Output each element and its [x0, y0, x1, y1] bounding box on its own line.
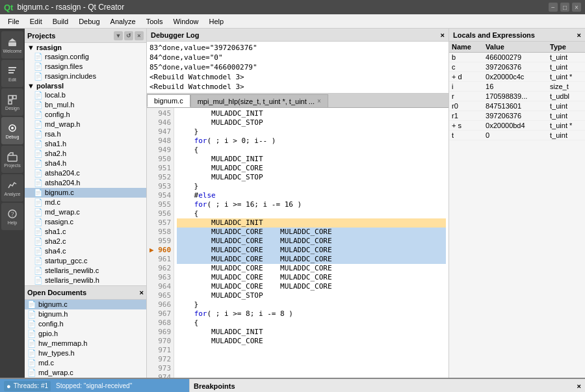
tree-item-local-b[interactable]: 📄 local.b — [25, 90, 146, 100]
sidebar-item-design[interactable]: Design — [1, 88, 23, 116]
code-line: MULADDC_CORE MULADDC_CORE — [177, 273, 446, 282]
sidebar-item-debug[interactable]: Debug — [1, 117, 23, 144]
code-line: #else — [177, 191, 446, 200]
sidebar-item-help[interactable]: ? Help — [1, 203, 23, 230]
tree-item-rsasign-files[interactable]: 📄 rsasign.files — [25, 62, 146, 72]
open-doc-md-wrap-c[interactable]: 📄 md_wrap.c — [25, 368, 146, 378]
col-value: Value — [483, 42, 547, 53]
sync-icon[interactable]: ↺ — [124, 31, 133, 40]
menu-window[interactable]: Window — [168, 16, 203, 27]
close-open-docs-icon[interactable]: × — [140, 289, 144, 296]
sidebar-item-projects[interactable]: Projects — [1, 146, 23, 173]
col-type: Type — [547, 42, 585, 53]
log-line: 84^done,value="0" — [150, 53, 446, 62]
line-numbers: 945946947948 949950951952 953954955956 9… — [147, 108, 174, 378]
tree-item-sha4-c[interactable]: 📄 sha4.c — [25, 246, 146, 256]
locals-row[interactable]: i16size_t — [449, 82, 585, 92]
tree-item-sha4-h[interactable]: 📄 sha4.h — [25, 159, 146, 168]
sidebar-item-welcome[interactable]: Welcome — [1, 31, 23, 59]
minimize-button[interactable]: − — [549, 3, 558, 12]
tab-mpi-mul-hlp[interactable]: mpi_mul_hlp(size_t, t_uint *, t_uint ...… — [190, 94, 328, 107]
locals-row[interactable]: r0847513601t_uint — [449, 101, 585, 111]
code-line: MULADDC_INIT — [177, 155, 446, 164]
tree-item-stellaris-newlib-h[interactable]: 📄 stellaris_newlib.h — [25, 276, 146, 285]
bp-close-icon[interactable]: × — [577, 382, 581, 390]
locals-row[interactable]: c397206376t_uint — [449, 62, 585, 72]
tree-item-sha2-h[interactable]: 📄 sha2.h — [25, 149, 146, 159]
code-line-current: MULADDC_INIT — [177, 218, 446, 228]
locals-row[interactable]: + s0x20000bd4t_uint * — [449, 121, 585, 131]
open-doc-hw-types-h[interactable]: 📄 hw_types.h — [25, 348, 146, 358]
locals-row[interactable]: t0t_uint — [449, 131, 585, 140]
locals-row[interactable]: b466000279t_uint — [449, 53, 585, 62]
tree-item-stellaris-newlib-c[interactable]: 📄 stellaris_newlib.c — [25, 266, 146, 276]
tree-item-rsasign-c[interactable]: 📄 rsasign.c — [25, 217, 146, 227]
code-line: MULADDC_CORE MULADDC_CORE — [177, 282, 446, 291]
sidebar-item-edit[interactable]: Edit — [1, 60, 23, 87]
tree-item-bignum-c[interactable]: 📄 bignum.c — [25, 188, 146, 198]
tree-item-startup-gcc-c[interactable]: 📄 startup_gcc.c — [25, 256, 146, 266]
menu-help[interactable]: Help — [204, 16, 229, 27]
open-doc-gpio-h[interactable]: 📄 gpio.h — [25, 329, 146, 339]
menu-tools[interactable]: Tools — [141, 16, 168, 27]
close-button[interactable]: × — [572, 3, 581, 12]
code-line: } — [177, 182, 446, 191]
tree-item-atsha204-h[interactable]: 📄 atsha204.h — [25, 178, 146, 188]
tree-item-polarssl[interactable]: ▼ polarssl — [25, 81, 146, 90]
tab-bignum-c[interactable]: bignum.c — [147, 94, 190, 107]
menu-file[interactable]: File — [3, 16, 25, 27]
app-icon: Qt — [4, 3, 13, 12]
locals-table: Name Value Type b466000279t_uintc3972063… — [449, 42, 585, 378]
code-line: { — [177, 319, 446, 328]
tree-item-rsasign-config[interactable]: 📄 rsasign.config — [25, 52, 146, 62]
menu-debug[interactable]: Debug — [73, 16, 105, 27]
tree-item-sha2-c[interactable]: 📄 sha2.c — [25, 237, 146, 246]
locals-row[interactable]: r170598839...t_udbl — [449, 92, 585, 101]
open-docs-header: Open Documents × — [25, 285, 146, 300]
tree-item-config-h[interactable]: 📄 config.h — [25, 110, 146, 120]
code-line: MULADDC_INIT — [177, 109, 446, 118]
tab-close-icon[interactable]: × — [317, 98, 321, 105]
log-line: 83^done,value="397206376" — [150, 43, 446, 53]
tree-item-sha1-c[interactable]: 📄 sha1.c — [25, 227, 146, 237]
open-doc-bignum-c[interactable]: 📄 bignum.c — [25, 300, 146, 309]
code-line: for( ; i > 0; i-- ) — [177, 137, 446, 146]
code-line: { — [177, 146, 446, 155]
code-line: } — [177, 127, 446, 137]
open-doc-md-c[interactable]: 📄 md.c — [25, 358, 146, 368]
code-line: MULADDC_STOP — [177, 291, 446, 300]
log-line-finished: Finished retreiving data — [150, 92, 446, 93]
locals-row[interactable]: r1397206376t_uint — [449, 111, 585, 121]
tree-item-md-wrap-h[interactable]: 📄 md_wrap.h — [25, 120, 146, 129]
menu-analyze[interactable]: Analyze — [105, 16, 141, 27]
locals-row[interactable]: + d0x20000c4ct_uint * — [449, 72, 585, 82]
tree-item-md-wrap-c[interactable]: 📄 md_wrap.c — [25, 207, 146, 217]
svg-text:?: ? — [11, 211, 14, 218]
menu-edit[interactable]: Edit — [25, 16, 47, 27]
stack-header: ● Threads: #1 Stopped: "signal-received" — [0, 379, 189, 392]
maximize-button[interactable]: □ — [560, 3, 569, 12]
tree-item-rsasign[interactable]: ▼ rsasign — [25, 43, 146, 52]
tree-item-sha1-h[interactable]: 📄 sha1.h — [25, 139, 146, 149]
code-content[interactable]: MULADDC_INIT MULADDC_STOP } for( ; i > 0… — [174, 108, 448, 378]
tree-item-md-c[interactable]: 📄 md.c — [25, 198, 146, 207]
tree-item-bn-mul-h[interactable]: 📄 bn_mul.h — [25, 100, 146, 110]
code-line: for( ; i >= 8; i -= 8 ) — [177, 309, 446, 319]
close-projects-icon[interactable]: × — [135, 31, 144, 40]
open-doc-bignum-h[interactable]: 📄 bignum.h — [25, 309, 146, 319]
tree-item-atsha204-c[interactable]: 📄 atsha204.c — [25, 168, 146, 178]
window-title: bignum.c - rsasign - Qt Creator — [17, 3, 124, 12]
filter-icon[interactable]: ▼ — [114, 31, 123, 40]
debugger-log-header: Debugger Log × — [147, 29, 448, 42]
sidebar-item-analyze[interactable]: Analyze — [1, 174, 23, 202]
tree-item-rsa-h[interactable]: 📄 rsa.h — [25, 129, 146, 139]
close-log-icon[interactable]: × — [441, 31, 445, 39]
menu-build[interactable]: Build — [47, 16, 73, 27]
tree-item-rsasign-includes[interactable]: 📄 rsasign.includes — [25, 72, 146, 81]
code-line: MULADDC_CORE — [177, 164, 446, 173]
log-line: <Rebuild Watchmodel 3> — [150, 72, 446, 82]
open-doc-config-h[interactable]: 📄 config.h — [25, 319, 146, 329]
close-locals-icon[interactable]: × — [577, 31, 581, 39]
center-content: Debugger Log × 83^done,value="397206376"… — [147, 29, 448, 378]
open-doc-hw-memmap-h[interactable]: 📄 hw_memmap.h — [25, 339, 146, 348]
